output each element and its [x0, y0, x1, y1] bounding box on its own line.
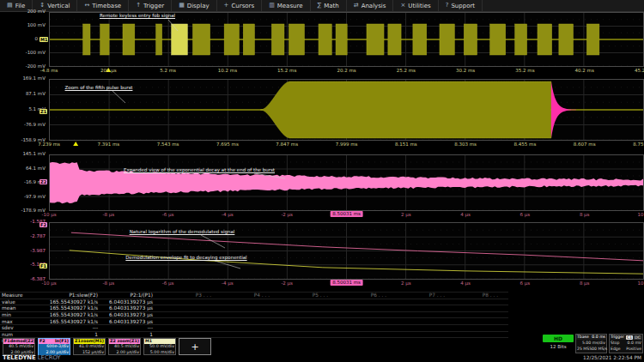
vertical-icon: ↕ — [39, 3, 45, 9]
x-axis-label: -4.8 ms — [40, 69, 58, 74]
trigger-position-marker — [73, 142, 78, 146]
x-axis-label: 15.2 ms — [277, 69, 296, 74]
descriptor-body: 41.0 mV/div152 µs/div — [74, 344, 105, 355]
x-axis-label: 7.999 ms — [336, 142, 358, 148]
x-axis-label: 4 µs — [460, 213, 471, 218]
x-axis-label: 7.391 ms — [97, 142, 119, 148]
measure-table: MeasureP1:slew(F2)P2:1/(P1)P3 . . .P4 . … — [0, 292, 508, 344]
channel-badge-f1[interactable]: F1 — [39, 263, 47, 268]
descriptor-z2[interactable]: Z2zoom(Z1)40.5 mV/div2.00 µs/div — [108, 338, 141, 355]
measure-row-label: mean — [0, 305, 49, 311]
menu-label-timebase: Timebase — [92, 3, 121, 9]
measure-row-num: num11 — [0, 331, 508, 338]
add-trace-button[interactable]: + — [179, 338, 211, 355]
descriptor-hscale: 152 µs/div — [75, 350, 104, 356]
channel-badge-z1[interactable]: Z1 — [39, 109, 47, 114]
menu-label-math: Math — [324, 3, 339, 9]
measure-col-header[interactable]: P5 . . . — [273, 293, 331, 298]
x-axis-label: 8.607 ms — [574, 142, 596, 148]
menu-item-measure[interactable]: ▥Measure — [262, 0, 310, 11]
measure-cell: --- — [101, 325, 156, 330]
menu-item-display[interactable]: ▦Display — [172, 0, 216, 11]
timebase-summary-box[interactable]: Tbase 0.0 ms 5.00 ms/div 25 MS 500 MS/s — [575, 334, 607, 353]
panel-exp-decay[interactable] — [49, 154, 644, 211]
trigger-mode: Stop — [611, 340, 619, 346]
x-axis-label: -6 µs — [162, 281, 174, 287]
measure-row-label: min — [0, 312, 49, 317]
measure-col-header[interactable]: P4 . . . — [215, 293, 273, 298]
y-axis-label: 200 mV — [0, 9, 46, 15]
channel-badge-z2[interactable]: Z2 — [39, 179, 47, 184]
annotation-text: Zoom of the fifth pulse burst — [65, 85, 133, 90]
x-axis-label: 40.2 ms — [575, 69, 594, 74]
x-axis-label: 200 µs — [100, 69, 117, 74]
measure-row-label: num — [0, 332, 49, 337]
measure-col-header[interactable]: P6 . . . — [331, 293, 390, 298]
waveform-svg-burst-zoom — [50, 80, 643, 140]
y-axis-label: 87.1 mV — [0, 92, 46, 97]
measure-cell: 165.55430927 k1/s — [49, 299, 101, 305]
descriptor-f1[interactable]: F1demod(Z2)40.5 mV/div2.00 µs/div — [3, 338, 35, 355]
x-axis-label: 8 µs — [580, 213, 590, 218]
menu-item-cursors[interactable]: +Cursors — [217, 0, 263, 11]
menu-item-math[interactable]: ∑Math — [311, 0, 347, 11]
descriptor-m1[interactable]: M150.0 mV/div5.00 ms/div — [143, 338, 176, 355]
annotation-text: Remote keyless entry fob signal — [100, 13, 175, 18]
zoom-position-badge: 8.50031 ms — [330, 211, 363, 217]
menu-label-trigger: Trigger — [143, 3, 164, 9]
x-axis-label: -4 µs — [222, 213, 234, 218]
x-axis-label: 7.847 ms — [276, 142, 298, 148]
measure-col-header[interactable]: P2:1/(P1) — [101, 293, 156, 298]
measure-row-mean: mean165.55430927 k1/s6.0403139273 µs — [0, 305, 508, 311]
x-axis-label: -8 µs — [102, 213, 114, 218]
menu-label-cursors: Cursors — [231, 3, 254, 9]
measure-cell: 165.55430927 k1/s — [49, 312, 101, 317]
descriptor-body: 50.0 mV/div5.00 ms/div — [144, 344, 175, 355]
channel-badge-m1[interactable]: M1 — [39, 37, 48, 42]
x-axis-label: -2 µs — [281, 213, 293, 218]
measure-col-header[interactable]: P7 . . . — [390, 293, 448, 298]
trigger-summary-box[interactable]: Trigger C1 DC Stop 0.0 mV Edge Positive — [609, 334, 643, 353]
x-axis-label: -10 µs — [41, 281, 56, 287]
menu-item-timebase[interactable]: ↔Timebase — [77, 0, 129, 11]
measure-cell: 165.55430927 k1/s — [49, 305, 101, 311]
descriptor-vscale: 40.5 mV/div — [110, 344, 139, 350]
measure-cell: 1 — [101, 332, 156, 337]
hd-badge[interactable]: HD — [543, 335, 574, 342]
panel-pulse-train[interactable] — [49, 12, 644, 67]
adc-bits-label: 12 Bits — [543, 344, 574, 349]
exp-fit-trace — [70, 250, 643, 274]
datetime-label: 12/25/2021 2:22:54 PM — [583, 355, 641, 360]
descriptor-vscale: 40.5 mV/div — [4, 344, 33, 350]
menu-label-measure: Measure — [277, 3, 303, 9]
trigger-icon: ↑ — [136, 3, 141, 9]
measure-col-header[interactable]: P8 . . . — [448, 293, 501, 298]
y-axis-label: 169.1 mV — [0, 76, 46, 81]
descriptor-f2[interactable]: F2ln(F1)600e-3/div2.00 µs/div — [38, 338, 70, 355]
trigger-source-badge: C1 — [626, 335, 633, 340]
x-axis-label: -10 µs — [41, 213, 56, 218]
measure-col-header[interactable]: P1:slew(F2) — [49, 293, 101, 298]
menu-label-analysis: Analysis — [361, 3, 386, 9]
waveform-svg-exp-decay — [50, 155, 643, 210]
math-icon: ∑ — [318, 3, 322, 9]
measure-cell: 165.55430927 k1/s — [49, 319, 101, 324]
x-axis-label: 30.2 ms — [456, 69, 475, 74]
menu-item-support[interactable]: ?Support — [439, 0, 483, 11]
x-axis-label: 45.2 ms — [635, 69, 644, 74]
panel-burst-zoom[interactable] — [49, 79, 644, 141]
menu-label-vertical: Vertical — [47, 3, 70, 9]
measure-cell: 6.0403139273 µs — [101, 312, 156, 317]
channel-badge-f2[interactable]: F2 — [39, 222, 47, 227]
annotation-text: Expanded view of the exponential decay a… — [124, 167, 275, 172]
oscilloscope-app: ▤File↕Vertical↔Timebase↑Trigger▦Display+… — [0, 0, 644, 362]
x-axis-label: 25.2 ms — [397, 69, 416, 74]
measure-title: Measure — [0, 293, 49, 298]
menu-item-utilities[interactable]: ×Utilities — [393, 0, 438, 11]
menu-item-trigger[interactable]: ↑Trigger — [129, 0, 172, 11]
measure-col-header[interactable]: P3 . . . — [156, 293, 215, 298]
x-axis-label: 5.2 ms — [160, 69, 176, 74]
menu-item-analysis[interactable]: ⇄Analysis — [347, 0, 394, 11]
descriptor-z1[interactable]: Z1zoom(M1)41.0 mV/div152 µs/div — [73, 338, 106, 355]
x-axis-label: 2 µs — [401, 213, 411, 218]
